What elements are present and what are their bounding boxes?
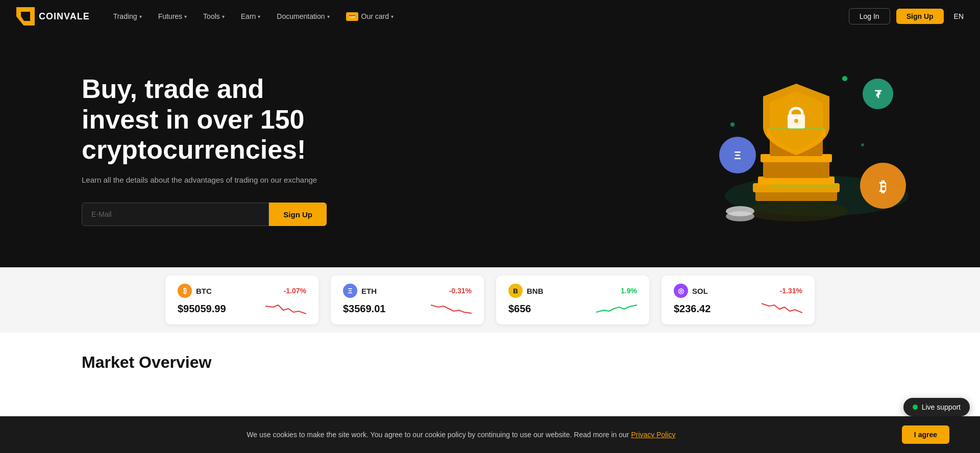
eth-chart bbox=[431, 301, 472, 316]
nav-documentation[interactable]: Documentation ▾ bbox=[270, 8, 336, 25]
sol-name: SOL bbox=[692, 287, 708, 295]
sol-price: $236.42 bbox=[674, 303, 710, 315]
ticker-card-bnb[interactable]: B BNB 1.9% $656 bbox=[496, 275, 649, 324]
sol-chart bbox=[762, 301, 802, 316]
hero-subtitle: Learn all the details about the advantag… bbox=[82, 175, 327, 184]
btc-icon: ₿ bbox=[178, 284, 192, 298]
chevron-down-icon: ▾ bbox=[184, 14, 187, 19]
eth-name: ETH bbox=[361, 287, 377, 295]
nav-links: Trading ▾ Futures ▾ Tools ▾ Earn ▾ Docum… bbox=[106, 8, 849, 25]
chevron-down-icon: ▾ bbox=[327, 14, 330, 19]
btc-price: $95059.99 bbox=[178, 303, 226, 315]
navbar: COINVALE Trading ▾ Futures ▾ Tools ▾ Ear… bbox=[0, 0, 980, 33]
btc-chart bbox=[265, 301, 306, 316]
bnb-change: 1.9% bbox=[621, 287, 637, 295]
logo-icon bbox=[16, 7, 35, 26]
market-overview-section: Market Overview bbox=[0, 333, 980, 382]
eth-icon: Ξ bbox=[343, 284, 357, 298]
btc-name: BTC bbox=[196, 287, 212, 295]
ticker-top-eth: Ξ ETH -0.31% bbox=[343, 284, 472, 298]
logo[interactable]: COINVALE bbox=[16, 7, 90, 26]
chevron-down-icon: ▾ bbox=[222, 14, 225, 19]
svg-marker-0 bbox=[21, 12, 30, 21]
hero-content: Buy, trade and invest in over 150 crypto… bbox=[82, 74, 898, 226]
ticker-bottom-btc: $95059.99 bbox=[178, 301, 306, 316]
btc-change: -1.07% bbox=[284, 287, 306, 295]
ticker-top-btc: ₿ BTC -1.07% bbox=[178, 284, 306, 298]
hero-section: Buy, trade and invest in over 150 crypto… bbox=[0, 33, 980, 267]
ticker-card-btc[interactable]: ₿ BTC -1.07% $95059.99 bbox=[165, 275, 318, 324]
ticker-name-group-btc: ₿ BTC bbox=[178, 284, 212, 298]
bnb-name: BNB bbox=[527, 287, 544, 295]
ticker-name-group-bnb: B BNB bbox=[508, 284, 544, 298]
hero-title: Buy, trade and invest in over 150 crypto… bbox=[82, 74, 347, 165]
ticker-bar: ₿ BTC -1.07% $95059.99 Ξ ETH -0.31% $356… bbox=[0, 267, 980, 333]
chevron-down-icon: ▾ bbox=[139, 14, 142, 19]
ticker-bottom-eth: $3569.01 bbox=[343, 301, 472, 316]
eth-price: $3569.01 bbox=[343, 303, 385, 315]
hero-signup-button[interactable]: Sign Up bbox=[269, 203, 327, 226]
ticker-bottom-bnb: $656 bbox=[508, 301, 637, 316]
hero-form: Sign Up bbox=[82, 203, 327, 226]
nav-earn[interactable]: Earn ▾ bbox=[234, 8, 268, 25]
bnb-chart bbox=[596, 301, 637, 316]
language-selector[interactable]: EN bbox=[954, 12, 964, 20]
ticker-name-group-eth: Ξ ETH bbox=[343, 284, 377, 298]
market-title: Market Overview bbox=[82, 353, 898, 372]
chevron-down-icon: ▾ bbox=[391, 14, 394, 19]
login-button[interactable]: Log In bbox=[849, 8, 890, 24]
nav-our-card[interactable]: 💳 Our card ▾ bbox=[339, 8, 401, 25]
ticker-card-sol[interactable]: ◎ SOL -1.31% $236.42 bbox=[662, 275, 815, 324]
email-input[interactable] bbox=[82, 203, 269, 226]
ticker-top-sol: ◎ SOL -1.31% bbox=[674, 284, 802, 298]
logo-text: COINVALE bbox=[39, 11, 90, 22]
card-icon: 💳 bbox=[346, 12, 358, 21]
nav-tools[interactable]: Tools ▾ bbox=[196, 8, 232, 25]
eth-change: -0.31% bbox=[449, 287, 472, 295]
bnb-icon: B bbox=[508, 284, 523, 298]
sol-change: -1.31% bbox=[780, 287, 802, 295]
nav-actions: Log In Sign Up EN bbox=[849, 8, 964, 24]
ticker-card-eth[interactable]: Ξ ETH -0.31% $3569.01 bbox=[331, 275, 484, 324]
nav-futures[interactable]: Futures ▾ bbox=[151, 8, 194, 25]
signup-button-nav[interactable]: Sign Up bbox=[896, 9, 944, 24]
bnb-price: $656 bbox=[508, 303, 531, 315]
nav-trading[interactable]: Trading ▾ bbox=[106, 8, 149, 25]
ticker-top-bnb: B BNB 1.9% bbox=[508, 284, 637, 298]
ticker-bottom-sol: $236.42 bbox=[674, 301, 802, 316]
ticker-name-group-sol: ◎ SOL bbox=[674, 284, 708, 298]
sol-icon: ◎ bbox=[674, 284, 688, 298]
chevron-down-icon: ▾ bbox=[258, 14, 260, 19]
